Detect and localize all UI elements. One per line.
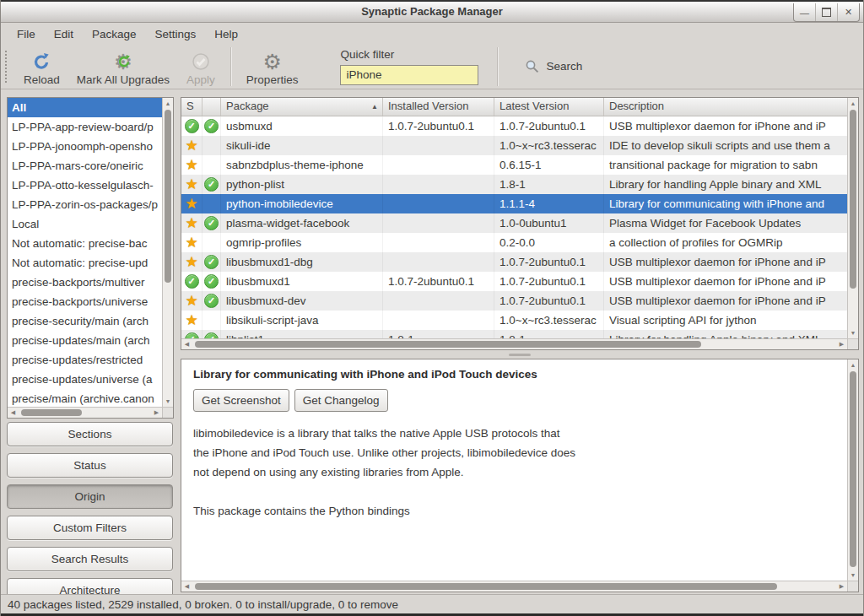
mark-all-upgrades-button[interactable]: ⚙ Mark All Upgrades (68, 46, 178, 87)
table-row[interactable]: libusbmuxd1-dbg 1.0.7-2ubuntu0.1 USB mul… (181, 252, 847, 272)
table-row[interactable]: sikuli-ide 1.0~x~rc3.tesserac IDE to dev… (181, 136, 847, 155)
menu-item[interactable]: Help (205, 26, 247, 42)
table-row[interactable]: libusbmuxd-dev 1.0.7-2ubuntu0.1 USB mult… (181, 291, 847, 311)
reload-button[interactable]: Reload (15, 46, 68, 87)
package-name: libusbmuxd1 (221, 272, 383, 291)
scroll-right-icon[interactable] (836, 581, 847, 592)
table-row[interactable]: sabnzbdplus-theme-iphone 0.6.15-1 transi… (181, 155, 847, 175)
status-text: 40 packages listed, 2529 installed, 0 br… (8, 598, 398, 611)
table-row[interactable]: usbmuxd 1.0.7-2ubuntu0.1 1.0.7-2ubuntu0.… (181, 116, 847, 136)
scroll-left-icon[interactable] (8, 408, 19, 418)
minimize-button[interactable]: — (794, 3, 815, 21)
table-row[interactable]: libplist1 1.8-1 1.8-1 Library for handli… (181, 330, 847, 338)
quick-filter-input[interactable] (340, 65, 478, 85)
description-line: This package contains the Python binding… (193, 501, 835, 521)
details-horizontal-scrollbar[interactable] (181, 581, 847, 592)
origin-list-item[interactable]: Not automatic: precise-bac (8, 234, 162, 253)
search-button[interactable]: Search (518, 54, 589, 79)
scroll-down-icon[interactable] (163, 396, 173, 407)
column-header-installed-version[interactable]: Installed Version (383, 98, 494, 116)
package-description: USB multiplexor daemon for iPhone and iP (604, 272, 847, 291)
scrollbar-thumb[interactable] (850, 110, 856, 289)
installed-version (383, 233, 494, 252)
table-row[interactable]: python-imobiledevice 1.1.1-4 Library for… (181, 194, 847, 213)
filter-category-button[interactable]: Custom Filters (7, 516, 173, 540)
package-name: sabnzbdplus-theme-iphone (221, 155, 383, 175)
table-horizontal-scrollbar[interactable] (181, 338, 847, 349)
origin-list-item[interactable]: LP-PPA-zorin-os-packages/p (8, 195, 162, 214)
properties-button[interactable]: ⚙ Properties (238, 46, 307, 87)
scroll-up-icon[interactable] (848, 98, 858, 109)
table-row[interactable]: ogmrip-profiles 0.2-0.0 a collection of … (181, 233, 847, 252)
latest-version: 1.0.7-2ubuntu0.1 (494, 252, 604, 272)
scroll-up-icon[interactable] (848, 359, 858, 370)
filter-category-button[interactable]: Origin (7, 484, 173, 509)
menu-item[interactable]: Settings (146, 26, 206, 42)
origin-list-item[interactable]: All (8, 98, 162, 117)
maximize-icon (822, 8, 831, 17)
installed-check-icon (181, 272, 202, 291)
menu-item[interactable]: Package (83, 26, 146, 42)
scrollbar-thumb[interactable] (850, 371, 856, 567)
column-header-package[interactable]: Package ▲ (221, 98, 383, 116)
origin-list-item[interactable]: precise-security/main (arch (8, 311, 162, 331)
installed-check-icon (181, 330, 202, 338)
origin-list-item[interactable]: LP-PPA-app-review-board/p (8, 117, 162, 137)
new-version-star-icon (181, 175, 202, 194)
scrollbar-thumb[interactable] (165, 110, 171, 283)
menu-item[interactable]: Edit (45, 26, 83, 42)
latest-version: 1.0.7-2ubuntu0.1 (494, 272, 604, 291)
details-vertical-scrollbar[interactable] (847, 359, 858, 581)
maximize-button[interactable] (815, 3, 837, 21)
scroll-left-icon[interactable] (181, 581, 192, 592)
column-header-latest-version[interactable]: Latest Version (494, 98, 604, 116)
filter-category-button[interactable]: Search Results (7, 547, 173, 571)
origin-list-item[interactable]: precise-updates/restricted (8, 350, 162, 370)
origin-list-item[interactable]: precise-backports/multiver (8, 273, 162, 292)
latest-version: 1.0~x~rc3.tesserac (494, 136, 604, 155)
filter-category-button[interactable]: Status (7, 453, 173, 478)
origin-list-item[interactable]: precise-updates/main (arch (8, 331, 162, 350)
origin-list-item[interactable]: precise/main (archive.canon (8, 389, 162, 407)
scroll-down-icon[interactable] (848, 327, 858, 338)
origin-list-item[interactable]: LP-PPA-mars-core/oneiric (8, 156, 162, 176)
column-header-status[interactable]: S (181, 98, 202, 116)
table-row[interactable]: plasma-widget-facebook 1.0-0ubuntu1 Plas… (181, 213, 847, 233)
origin-list-horizontal-scrollbar[interactable] (8, 407, 162, 418)
apply-button[interactable]: Apply (178, 46, 224, 87)
table-row[interactable]: libsikuli-script-java 1.0~x~rc3.tesserac… (181, 311, 847, 330)
column-header-description[interactable]: Description (604, 98, 847, 116)
get-screenshot-button[interactable]: Get Screenshot (193, 389, 289, 412)
origin-list-item[interactable]: precise-updates/universe (a (8, 370, 162, 389)
toolbar-separator (230, 47, 231, 86)
column-header-supported[interactable] (202, 98, 221, 116)
table-row[interactable]: libusbmuxd1 1.0.7-2ubuntu0.1 1.0.7-2ubun… (181, 272, 847, 291)
origin-list-item[interactable]: Not automatic: precise-upd (8, 253, 162, 273)
scrollbar-thumb[interactable] (21, 409, 82, 416)
apply-check-icon (192, 51, 210, 73)
latest-version: 1.0~x~rc3.tesserac (494, 311, 604, 330)
origin-list-item[interactable]: Local (8, 214, 162, 234)
close-button[interactable]: ✕ (837, 3, 859, 21)
origin-list-item[interactable]: LP-PPA-jonoomph-opensho (8, 137, 162, 156)
new-version-star-icon (181, 155, 202, 175)
panel-splitter[interactable] (181, 350, 859, 359)
scroll-right-icon[interactable] (151, 408, 162, 418)
origin-list-item[interactable]: precise-backports/universe (8, 292, 162, 311)
scroll-left-icon[interactable] (181, 339, 192, 349)
scroll-up-icon[interactable] (163, 98, 173, 109)
scrollbar-thumb[interactable] (195, 583, 777, 590)
origin-list-vertical-scrollbar[interactable] (162, 98, 173, 407)
scroll-right-icon[interactable] (836, 339, 847, 349)
scrollbar-thumb[interactable] (195, 341, 701, 348)
menu-item[interactable]: File (8, 26, 45, 42)
installed-version (383, 252, 494, 272)
get-changelog-button[interactable]: Get Changelog (294, 389, 388, 412)
filter-category-button[interactable]: Sections (7, 422, 173, 446)
table-vertical-scrollbar[interactable] (847, 98, 858, 338)
package-description: USB multiplexor daemon for iPhone and iP (604, 252, 847, 272)
table-row[interactable]: python-plist 1.8-1 Library for handling … (181, 175, 847, 194)
scroll-down-icon[interactable] (848, 570, 858, 581)
installed-check-icon (202, 291, 221, 311)
origin-list-item[interactable]: LP-PPA-otto-kesselgulasch- (8, 176, 162, 195)
